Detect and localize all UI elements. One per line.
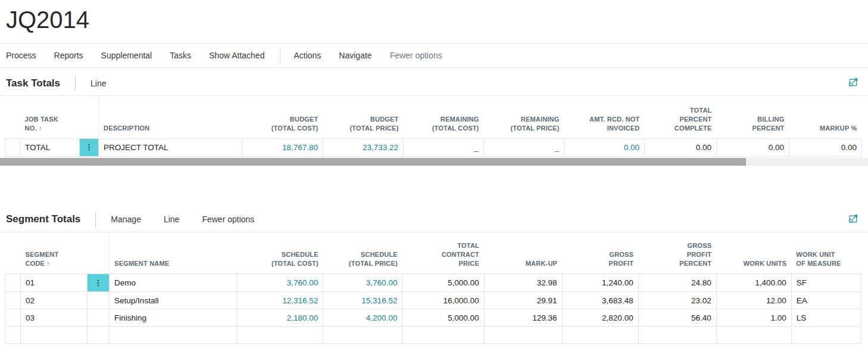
cell-total-contract-price[interactable]: 5,000.00: [402, 274, 484, 292]
cell-remaining-total-cost[interactable]: _: [404, 138, 484, 156]
cell-schedule-total-cost[interactable]: 3,760.00: [238, 274, 323, 292]
row-menu-cell[interactable]: [88, 309, 110, 327]
col-header-gross-profit-percent[interactable]: GROSS PROFIT PERCENT: [638, 232, 716, 274]
col-header-gross-profit[interactable]: GROSS PROFIT: [562, 232, 638, 274]
col-header-remaining-total-cost[interactable]: REMAINING (TOTAL COST): [404, 96, 484, 138]
col-header-budget-total-price[interactable]: BUDGET (TOTAL PRICE): [323, 96, 404, 138]
menu-item-reports[interactable]: Reports: [54, 51, 83, 60]
col-header-segment-name[interactable]: SEGMENT NAME: [110, 232, 238, 274]
cell-segment-code[interactable]: 01: [21, 274, 88, 292]
cell-budget-total-price[interactable]: 23,733.22: [323, 138, 404, 156]
cell-gross-profit-percent[interactable]: [638, 327, 716, 344]
cell-total-contract-price[interactable]: [402, 327, 484, 344]
cell-segment-name[interactable]: Setup/Install: [110, 292, 238, 309]
col-header-work-units[interactable]: WORK UNITS: [716, 232, 791, 274]
cell-gross-profit[interactable]: [562, 327, 638, 344]
cell-work-units[interactable]: 1,400.00: [716, 274, 791, 292]
cell-segment-name[interactable]: Demo: [110, 274, 238, 292]
horizontal-scrollbar-track[interactable]: [0, 158, 868, 166]
cell-schedule-total-price[interactable]: 4,200.00: [323, 309, 402, 327]
menu-item-supplemental[interactable]: Supplemental: [101, 51, 152, 60]
cell-schedule-total-price[interactable]: 15,316.52: [323, 292, 402, 309]
cell-schedule-total-cost[interactable]: [238, 327, 323, 344]
col-header-schedule-total-price[interactable]: SCHEDULE (TOTAL PRICE): [323, 232, 402, 274]
cell-gross-profit-percent[interactable]: 23.02: [638, 292, 716, 309]
col-header-line: INVOICED: [569, 124, 640, 133]
col-header-segment-code[interactable]: SEGMENT CODE ↑: [21, 232, 88, 274]
task-totals-tab-line[interactable]: Line: [90, 79, 106, 88]
cell-segment-code[interactable]: 02: [21, 292, 88, 309]
cell-gross-profit[interactable]: 3,683.48: [562, 292, 638, 309]
cell-segment-code[interactable]: 03: [21, 309, 88, 327]
col-header-amt-rcd-not-invoiced[interactable]: AMT. RCD. NOT INVOICED: [564, 96, 645, 138]
menu-item-fewer-options[interactable]: Fewer options: [390, 51, 442, 60]
cell-work-units[interactable]: 1.00: [716, 309, 791, 327]
cell-segment-code[interactable]: [21, 327, 88, 344]
row-menu-cell[interactable]: [88, 327, 110, 344]
horizontal-scrollbar-thumb[interactable]: [0, 158, 746, 166]
cell-markup-pct[interactable]: 0.00: [789, 138, 862, 156]
col-header-job-task-no[interactable]: JOB TASK NO. ↑: [20, 96, 80, 138]
cell-work-units[interactable]: [716, 327, 791, 344]
segment-totals-title[interactable]: Segment Totals: [6, 213, 80, 225]
segment-row-01: 01 ⋮ Demo 3,760.00 3,760.00 5,000.00 32.…: [5, 274, 861, 292]
menu-item-navigate[interactable]: Navigate: [339, 51, 371, 60]
cell-amt-rcd-not-invoiced[interactable]: 0.00: [564, 138, 645, 156]
row-menu-button[interactable]: ⋮: [80, 139, 98, 156]
cell-remaining-total-price[interactable]: _: [484, 138, 564, 156]
segment-totals-tab-line[interactable]: Line: [164, 215, 179, 224]
col-header-markup-pct[interactable]: MARKUP %: [789, 96, 862, 138]
row-menu-button[interactable]: ⋮: [88, 274, 109, 291]
row-select-cell[interactable]: [5, 292, 21, 309]
segment-totals-fewer-options[interactable]: Fewer options: [202, 215, 254, 224]
cell-mark-up[interactable]: 129.36: [484, 309, 562, 327]
cell-total-contract-price[interactable]: 16,000.00: [402, 292, 484, 309]
col-header-billing-percent[interactable]: BILLING PERCENT: [717, 96, 789, 138]
cell-work-unit-of-measure[interactable]: SF: [791, 274, 861, 292]
row-menu-cell[interactable]: [88, 292, 110, 309]
cell-mark-up[interactable]: 29.91: [484, 292, 562, 309]
col-header-mark-up[interactable]: MARK-UP: [484, 232, 562, 274]
cell-schedule-total-cost[interactable]: 12,316.52: [238, 292, 323, 309]
cell-work-units[interactable]: 12.00: [716, 292, 791, 309]
cell-total-contract-price[interactable]: 5,000.00: [402, 309, 484, 327]
cell-budget-total-cost[interactable]: 18,767.80: [243, 138, 323, 156]
col-header-schedule-total-cost[interactable]: SCHEDULE (TOTAL COST): [238, 232, 323, 274]
cell-segment-name[interactable]: Finishing: [110, 309, 238, 327]
cell-mark-up[interactable]: 32.98: [484, 274, 562, 292]
col-header-budget-total-cost[interactable]: BUDGET (TOTAL COST): [243, 96, 323, 138]
cell-billing-percent[interactable]: 0.00: [717, 138, 789, 156]
cell-job-task-no[interactable]: TOTAL: [20, 138, 80, 156]
row-select-cell[interactable]: [5, 274, 21, 292]
row-select-cell[interactable]: [5, 309, 21, 327]
menu-item-actions[interactable]: Actions: [294, 51, 321, 60]
col-header-remaining-total-price[interactable]: REMAINING (TOTAL PRICE): [484, 96, 564, 138]
cell-description[interactable]: PROJECT TOTAL: [99, 138, 243, 156]
menu-item-tasks[interactable]: Tasks: [170, 51, 191, 60]
segment-totals-tab-manage[interactable]: Manage: [111, 215, 141, 224]
row-select-cell[interactable]: [5, 327, 21, 344]
row-select-cell[interactable]: [5, 138, 20, 156]
menu-item-show-attached[interactable]: Show Attached: [209, 51, 264, 60]
cell-work-unit-of-measure[interactable]: LS: [791, 309, 861, 327]
cell-mark-up[interactable]: [484, 327, 562, 344]
cell-segment-name[interactable]: [110, 327, 238, 344]
menu-item-process[interactable]: Process: [6, 51, 36, 60]
task-totals-expand-button[interactable]: [848, 77, 858, 89]
cell-total-percent-complete[interactable]: 0.00: [645, 138, 717, 156]
cell-schedule-total-price[interactable]: 3,760.00: [323, 274, 402, 292]
cell-gross-profit-percent[interactable]: 56.40: [638, 309, 716, 327]
col-header-work-unit-of-measure[interactable]: WORK UNIT OF MEASURE: [791, 232, 861, 274]
cell-schedule-total-cost[interactable]: 2,180.00: [238, 309, 323, 327]
cell-gross-profit[interactable]: 2,820.00: [562, 309, 638, 327]
col-header-description[interactable]: DESCRIPTION: [99, 96, 243, 138]
cell-gross-profit-percent[interactable]: 24.80: [638, 274, 716, 292]
col-header-total-percent-complete[interactable]: TOTAL PERCENT COMPLETE: [645, 96, 717, 138]
cell-work-unit-of-measure[interactable]: EA: [791, 292, 861, 309]
cell-work-unit-of-measure[interactable]: [791, 327, 861, 344]
col-header-total-contract-price[interactable]: TOTAL CONTRACT PRICE: [402, 232, 484, 274]
task-totals-title[interactable]: Task Totals: [6, 77, 60, 89]
cell-gross-profit[interactable]: 1,240.00: [562, 274, 638, 292]
cell-schedule-total-price[interactable]: [323, 327, 402, 344]
segment-totals-expand-button[interactable]: [848, 213, 858, 226]
